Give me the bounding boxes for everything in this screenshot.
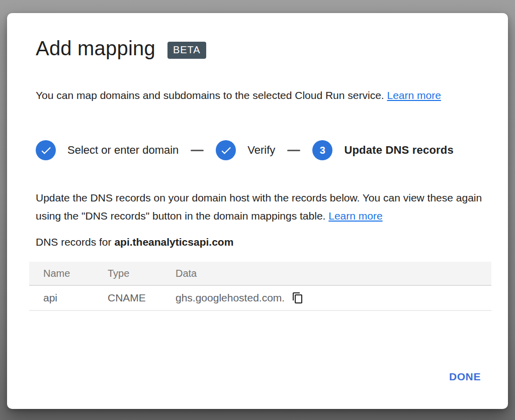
intro-learn-more-link[interactable]: Learn more [387,89,441,101]
stepper: Select or enter domain Verify 3 Update D… [36,140,488,160]
beta-badge: BETA [167,42,206,59]
record-name: api [29,285,104,310]
step-label: Select or enter domain [67,144,179,157]
record-data-cell: ghs.googlehosted.com. [171,285,491,310]
step-connector [191,150,204,151]
table-row: api CNAME ghs.googlehosted.com. [29,285,491,310]
intro-text: You can map domains and subdomains to th… [36,89,384,101]
check-icon [216,140,236,160]
done-button[interactable]: DONE [444,367,486,387]
instructions-text: Update the DNS records on your domain ho… [36,192,482,222]
add-mapping-dialog: Add mapping BETA You can map domains and… [7,13,508,409]
record-type: CNAME [104,285,171,310]
records-domain: api.theanalyticsapi.com [114,236,233,248]
step-update-dns[interactable]: 3 Update DNS records [312,140,454,160]
step-number-badge: 3 [312,140,332,160]
records-label: DNS records for [36,236,112,248]
column-header-data: Data [171,262,491,285]
step-label: Verify [247,144,275,157]
copy-icon[interactable] [291,291,305,305]
column-header-name: Name [29,262,104,285]
instructions-learn-more-link[interactable]: Learn more [328,210,382,222]
intro-paragraph: You can map domains and subdomains to th… [36,86,488,104]
page-backdrop: Add mapping BETA You can map domains and… [0,0,515,420]
step-verify[interactable]: Verify [216,140,275,160]
check-icon [36,140,56,160]
step-connector [287,150,300,151]
dns-records-table: Name Type Data api CNAME ghs.googlehoste… [29,262,491,311]
dialog-header: Add mapping BETA [36,37,488,60]
dialog-title: Add mapping [36,37,155,60]
dns-records-heading: DNS records for api.theanalyticsapi.com [36,236,488,248]
record-data: ghs.googlehosted.com. [176,292,285,304]
column-header-type: Type [104,262,171,285]
step-label: Update DNS records [344,144,454,157]
table-header-row: Name Type Data [29,262,491,285]
instructions-paragraph: Update the DNS records on your domain ho… [36,189,488,225]
step-select-domain[interactable]: Select or enter domain [36,140,179,160]
